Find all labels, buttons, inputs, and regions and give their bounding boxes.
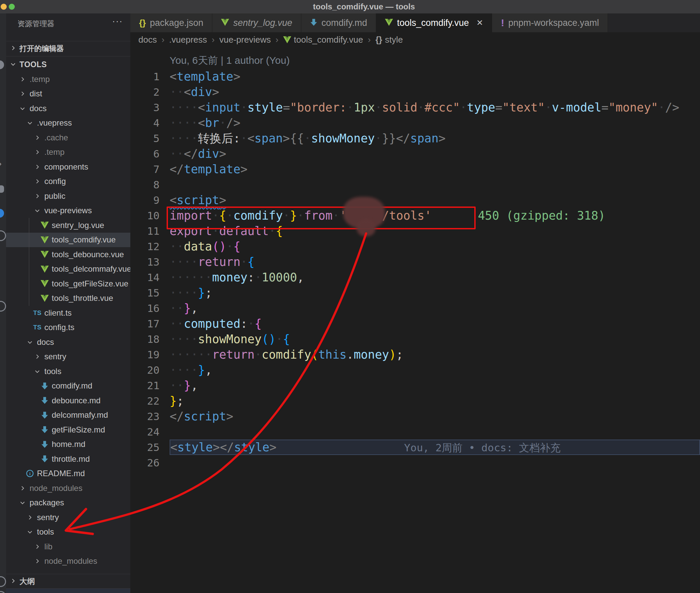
tree-item-components[interactable]: components	[6, 159, 130, 174]
tree-item-sentry_log.vue[interactable]: sentry_log.vue	[6, 218, 130, 233]
code-line-3[interactable]: 3····<input·style="border:·1px·solid·#cc…	[130, 100, 700, 115]
code-line-26[interactable]: 26	[130, 455, 700, 470]
code-line-15[interactable]: 15····};	[130, 285, 700, 301]
info-icon: i	[26, 469, 34, 477]
tree-item-tools_comdify.vue[interactable]: tools_comdify.vue	[6, 233, 130, 247]
line-number: 3	[130, 100, 170, 115]
code-token: ·	[255, 271, 262, 284]
code-token: >	[212, 441, 220, 454]
tree-item-docs[interactable]: docs	[6, 101, 130, 116]
tree-item-tools[interactable]: tools	[6, 364, 130, 379]
tree-item-sentry[interactable]: sentry	[6, 350, 130, 364]
code-line-1[interactable]: 1<template>	[130, 69, 700, 84]
tree-item-config.ts[interactable]: TSconfig.ts	[6, 320, 130, 335]
line-number: 11	[130, 223, 170, 239]
tree-item-tools[interactable]: tools	[6, 525, 130, 540]
tree-item-throttle.md[interactable]: throttle.md	[6, 451, 130, 466]
code-line-19[interactable]: 19······return·comdify(this.money);	[130, 347, 700, 362]
tab-sentry_log.vue[interactable]: sentry_log.vue	[212, 13, 301, 32]
line-number: 22	[130, 393, 170, 409]
code-token: ··	[170, 240, 184, 253]
tree-item-packages[interactable]: packages	[6, 496, 130, 510]
tree-item-getFileSize.md[interactable]: getFileSize.md	[6, 423, 130, 437]
code-line-22[interactable]: 22};	[130, 393, 700, 409]
code-line-13[interactable]: 13····return·{	[130, 254, 700, 270]
code-token: ·	[240, 132, 247, 145]
code-line-5[interactable]: 5····转换后:·<span>{{·showMoney·}}</span>	[130, 131, 700, 146]
tree-item-sentry[interactable]: sentry	[6, 510, 130, 525]
code-line-24[interactable]: 24	[130, 424, 700, 440]
code-line-16[interactable]: 16··},	[130, 301, 700, 316]
code-line-4[interactable]: 4····<br·/>	[130, 115, 700, 131]
code-line-9[interactable]: 9<script>	[130, 192, 700, 208]
tree-item-comdify.md[interactable]: comdify.md	[6, 379, 130, 394]
open-editors-section[interactable]: 打开的编辑器	[6, 41, 130, 56]
code-line-17[interactable]: 17··computed:·{	[130, 316, 700, 331]
blue-circle-icon[interactable]	[0, 209, 4, 218]
tree-item-config[interactable]: config	[6, 174, 130, 189]
tree-item-vue-previews[interactable]: vue-previews	[6, 203, 130, 218]
tree-item-lib[interactable]: lib	[6, 539, 130, 554]
code-line-7[interactable]: 7</template>	[130, 161, 700, 177]
code-token: ·	[347, 101, 354, 114]
tab-tools_comdify.vue[interactable]: tools_comdify.vue✕	[376, 13, 492, 32]
code-line-23[interactable]: 23</script>	[130, 409, 700, 424]
circle-icon[interactable]	[0, 301, 6, 312]
tab-package.json[interactable]: {}package.json	[130, 13, 212, 32]
code-line-14[interactable]: 14······money:·10000,	[130, 270, 700, 285]
tree-item-label: node_modules	[44, 556, 97, 566]
tree-item-tools_delcommafy.vue[interactable]: tools_delcommafy.vue	[6, 262, 130, 277]
circle-icon[interactable]	[0, 591, 6, 593]
chevron-icon[interactable]: ›	[0, 158, 2, 169]
circle-icon[interactable]	[0, 230, 6, 241]
code-line-8[interactable]: 8	[130, 177, 700, 192]
code-line-12[interactable]: 12··data()·{	[130, 239, 700, 254]
tree-item-delcommafy.md[interactable]: delcommafy.md	[6, 408, 130, 423]
editor-group: {}package.jsonsentry_log.vuecomdify.mdto…	[130, 13, 700, 593]
line-number: 23	[130, 409, 170, 424]
tree-item-.vuepress[interactable]: .vuepress	[6, 116, 130, 131]
minimize-traffic-light-icon[interactable]	[1, 4, 7, 10]
breadcrumb-item-vue-previews[interactable]: vue-previews	[219, 35, 271, 45]
breadcrumb-item-.vuepress[interactable]: .vuepress	[169, 35, 207, 45]
code-line-20[interactable]: 20····},	[130, 362, 700, 378]
rounded-rect-icon[interactable]	[0, 185, 4, 193]
tree-item-README.md[interactable]: iREADME.md	[6, 466, 130, 481]
code-token: this	[318, 348, 347, 361]
tree-item-.temp[interactable]: .temp	[6, 72, 130, 87]
tree-item-node_modules[interactable]: node_modules	[6, 554, 130, 569]
tree-item-dist[interactable]: dist	[6, 87, 130, 102]
tree-item-tools_throttle.vue[interactable]: tools_throttle.vue	[6, 291, 130, 306]
code-line-21[interactable]: 21··},	[130, 378, 700, 393]
code-line-25[interactable]: 25<style></style>You, 2周前 • docs: 文档补充	[130, 440, 700, 455]
tree-item-client.ts[interactable]: TSclient.ts	[6, 306, 130, 320]
tree-item-docs[interactable]: docs	[6, 335, 130, 350]
circle-icon[interactable]	[0, 576, 6, 587]
code-token: }	[170, 394, 177, 408]
breadcrumb-item-tools_comdify.vue[interactable]: tools_comdify.vue	[283, 35, 363, 45]
tab-comdify.md[interactable]: comdify.md	[301, 13, 376, 32]
tree-item-.temp[interactable]: .temp	[6, 145, 130, 160]
tree-item-tools_debounce.vue[interactable]: tools_debounce.vue	[6, 247, 130, 262]
breadcrumb-item-docs[interactable]: docs	[139, 35, 157, 45]
code-line-2[interactable]: 2··<div>	[130, 84, 700, 100]
circle-icon[interactable]	[0, 61, 4, 69]
tree-item-tools_getFileSize.vue[interactable]: tools_getFileSize.vue	[6, 276, 130, 291]
code-line-6[interactable]: 6··</div>	[130, 146, 700, 161]
close-icon[interactable]: ✕	[476, 18, 483, 28]
tree-item-debounce.md[interactable]: debounce.md	[6, 393, 130, 408]
code-token: >	[212, 85, 219, 99]
workspace-section[interactable]: TOOLS	[6, 56, 130, 73]
breadcrumb-item-style[interactable]: {}style	[376, 35, 403, 45]
code-line-18[interactable]: 18····showMoney()·{	[130, 331, 700, 347]
tree-item-.cache[interactable]: .cache	[6, 130, 130, 145]
tree-item-home.md[interactable]: home.md	[6, 437, 130, 452]
outline-section[interactable]: 大纲	[6, 574, 130, 589]
zoom-traffic-light-icon[interactable]	[9, 4, 15, 10]
tab-pnpm-workspace.yaml[interactable]: !pnpm-workspace.yaml	[492, 13, 608, 32]
tree-item-node_modules[interactable]: node_modules	[6, 481, 130, 496]
code-token: )	[389, 348, 396, 361]
tree-item-public[interactable]: public	[6, 189, 130, 203]
code-editor[interactable]: You, 6天前 | 1 author (You) 1<template>2··…	[130, 47, 700, 593]
ellipsis-icon[interactable]: ···	[112, 16, 123, 27]
